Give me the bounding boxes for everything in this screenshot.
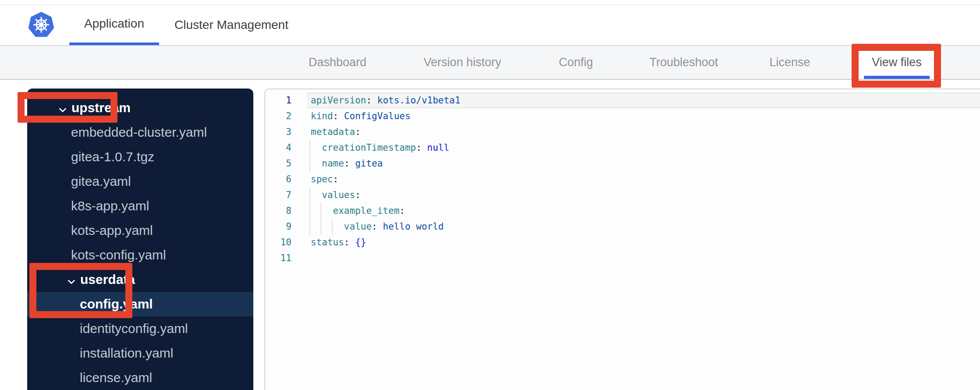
code-line-11 <box>307 250 980 266</box>
tree-item-label: gitea.yaml <box>71 174 131 189</box>
nav-tab-version-history[interactable]: Version history <box>423 46 501 79</box>
tree-item-label: installation.yaml <box>80 346 173 361</box>
file-tree-sidebar: upstreamembedded-cluster.yamlgitea-1.0.7… <box>27 89 253 390</box>
line-number: 4 <box>265 140 291 156</box>
file-tree: upstreamembedded-cluster.yamlgitea-1.0.7… <box>27 96 253 390</box>
tree-item-label: k8s-app.yaml <box>71 199 149 213</box>
code-line-1: apiVersion: kots.io/v1beta1 <box>307 92 980 108</box>
line-number: 3 <box>265 124 291 140</box>
code-line-3: metadata: <box>307 124 980 140</box>
file-kots-app.yaml[interactable]: kots-app.yaml <box>27 218 253 243</box>
file-embedded-cluster.yaml[interactable]: embedded-cluster.yaml <box>27 120 253 145</box>
indent-guide <box>309 156 310 171</box>
annotation-box-upstream <box>18 92 117 123</box>
indent-guide <box>320 203 321 219</box>
indent-guide <box>309 203 310 219</box>
line-number: 2 <box>265 108 291 124</box>
nav-tab-dashboard[interactable]: Dashboard <box>309 46 366 79</box>
indent-guide <box>309 219 310 234</box>
line-number: 6 <box>265 171 291 187</box>
file-license.yaml[interactable]: license.yaml <box>27 365 253 390</box>
file-gitea-1.0.7.tgz[interactable]: gitea-1.0.7.tgz <box>27 145 253 169</box>
tree-item-label: embedded-cluster.yaml <box>71 125 207 140</box>
code-line-9: value: hello world <box>307 219 980 234</box>
code-content: apiVersion: kots.io/v1beta1kind: ConfigV… <box>307 92 980 390</box>
app-header: Application Cluster Management <box>0 0 980 45</box>
file-identityconfig.yaml[interactable]: identityconfig.yaml <box>27 316 253 341</box>
tree-item-label: kots-config.yaml <box>71 248 166 262</box>
line-number: 7 <box>265 187 291 203</box>
indent-guide <box>320 219 321 234</box>
code-line-6: spec: <box>307 171 980 187</box>
indent-guide <box>332 219 333 234</box>
file-gitea.yaml[interactable]: gitea.yaml <box>27 169 253 194</box>
code-line-5: name: gitea <box>307 156 980 171</box>
file-k8s-app.yaml[interactable]: k8s-app.yaml <box>27 194 253 218</box>
line-number: 5 <box>265 156 291 171</box>
code-line-10: status: {} <box>307 234 980 250</box>
code-line-4: creationTimestamp: null <box>307 140 980 156</box>
file-installation.yaml[interactable]: installation.yaml <box>27 341 253 365</box>
line-number: 11 <box>265 250 291 266</box>
code-line-8: example_item: <box>307 203 980 219</box>
tree-item-label: identityconfig.yaml <box>80 321 188 336</box>
tab-cluster-management[interactable]: Cluster Management <box>161 4 302 45</box>
tree-item-label: gitea-1.0.7.tgz <box>71 149 154 164</box>
line-number: 9 <box>265 219 291 234</box>
indent-guide <box>309 140 310 156</box>
code-line-2: kind: ConfigValues <box>307 108 980 124</box>
nav-tab-troubleshoot[interactable]: Troubleshoot <box>650 46 718 79</box>
kubernetes-logo-icon <box>28 12 54 37</box>
tree-item-label: license.yaml <box>80 370 152 385</box>
annotation-box-view-files <box>852 44 941 88</box>
indent-guide <box>309 187 310 203</box>
app-subnav: Dashboard Version history Config Trouble… <box>0 45 980 80</box>
line-number-gutter: 1234567891011 <box>265 92 307 390</box>
line-number: 1 <box>265 92 291 108</box>
tree-item-label: kots-app.yaml <box>71 223 153 238</box>
code-line-7: values: <box>307 187 980 203</box>
code-editor[interactable]: 1234567891011 apiVersion: kots.io/v1beta… <box>264 89 980 390</box>
line-number: 8 <box>265 203 291 219</box>
tab-application[interactable]: Application <box>69 4 159 45</box>
line-number: 10 <box>265 234 291 250</box>
annotation-box-userdata-config <box>29 263 132 318</box>
nav-tab-config[interactable]: Config <box>559 46 593 79</box>
nav-tab-license[interactable]: License <box>769 46 810 79</box>
